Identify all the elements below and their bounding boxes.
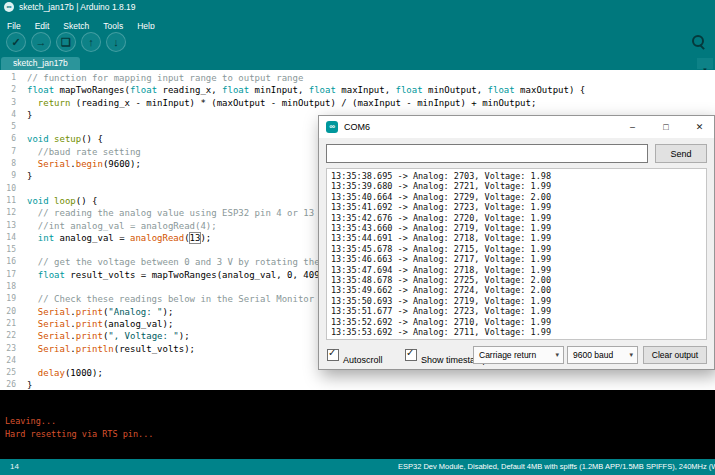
serial-monitor-title: COM6 — [344, 116, 370, 138]
line-number: 9 — [0, 170, 22, 182]
new-sketch-button[interactable]: ❏ — [56, 32, 76, 52]
line-number: 23 — [0, 343, 22, 355]
send-button[interactable]: Send — [655, 144, 707, 163]
checkbox-box: ✓ — [405, 349, 417, 361]
serial-line: 13:35:48.678 -> Analog: 2725, Voltage: 2… — [331, 275, 702, 285]
tab-list-button[interactable]: ▼ — [697, 58, 713, 69]
checkbox-box: ✓ — [327, 349, 339, 361]
line-number: 20 — [0, 306, 22, 318]
status-bar: 14 ESP32 Dev Module, Disabled, Default 4… — [0, 459, 715, 475]
line-number: 16 — [0, 256, 22, 268]
autoscroll-checkbox[interactable]: ✓ Autoscroll — [327, 349, 383, 367]
line-number: 18 — [0, 281, 22, 293]
console-panel: Leaving...Hard resetting via RTS pin... — [0, 390, 715, 459]
check-icon: ✓ — [328, 347, 336, 358]
arrow-up-icon: ↑ — [88, 36, 94, 48]
serial-line: 13:35:38.695 -> Analog: 2703, Voltage: 1… — [331, 171, 702, 181]
serial-monitor-titlebar[interactable]: ∞ COM6 – □ ✕ — [319, 116, 714, 138]
serial-line: 13:35:49.662 -> Analog: 2724, Voltage: 2… — [331, 285, 702, 295]
serial-line: 13:35:40.664 -> Analog: 2729, Voltage: 2… — [331, 192, 702, 202]
serial-line: 13:35:50.693 -> Analog: 2719, Voltage: 1… — [331, 296, 702, 306]
console-line: Hard resetting via RTS pin... — [0, 428, 715, 441]
minimize-button[interactable]: – — [618, 116, 647, 138]
status-line-number: 14 — [10, 459, 19, 475]
line-number: 3 — [0, 97, 22, 109]
arduino-logo-icon: ∞ — [4, 2, 14, 12]
line-number: 19 — [0, 293, 22, 305]
serial-line: 13:35:47.694 -> Analog: 2718, Voltage: 1… — [331, 265, 702, 275]
verify-button[interactable]: ✓ — [6, 32, 26, 52]
maximize-button[interactable]: □ — [652, 116, 681, 138]
line-number: 7 — [0, 146, 22, 158]
serial-line: 13:35:51.677 -> Analog: 2723, Voltage: 1… — [331, 306, 702, 316]
line-ending-select[interactable]: Carriage return ▾ — [473, 346, 564, 364]
close-button[interactable]: ✕ — [685, 116, 714, 138]
line-number: 2 — [0, 84, 22, 96]
toolbar: ✓ → ❏ ↑ ↓ — [0, 29, 715, 56]
arrow-down-icon: ↓ — [113, 36, 119, 48]
title-bar: ∞ sketch_jan17b | Arduino 1.8.19 — [0, 0, 715, 15]
upload-button[interactable]: → — [31, 32, 51, 52]
baud-rate-select[interactable]: 9600 baud ▾ — [567, 346, 638, 364]
line-number: 25 — [0, 367, 22, 379]
serial-line: 13:35:44.691 -> Analog: 2718, Voltage: 1… — [331, 233, 702, 243]
line-number: 22 — [0, 330, 22, 342]
line-number: 21 — [0, 318, 22, 330]
tab-bar: sketch_jan17b ▼ — [0, 56, 715, 70]
save-button[interactable]: ↓ — [106, 32, 126, 52]
line-number: 14 — [0, 232, 22, 244]
line-number-gutter: 1234567891011121314151617181920212223242… — [0, 72, 22, 390]
chevron-down-icon: ▾ — [555, 347, 559, 363]
arrow-right-icon: → — [36, 36, 47, 48]
serial-monitor-bottom-bar: ✓ Autoscroll ✓ Show timestamp Carriage r… — [319, 342, 714, 369]
serial-window-icon: ∞ — [326, 121, 338, 133]
console-output: Leaving...Hard resetting via RTS pin... — [0, 390, 715, 441]
line-number: 11 — [0, 195, 22, 207]
console-line: Leaving... — [0, 415, 715, 428]
serial-send-input[interactable] — [326, 144, 648, 163]
magnifier-icon — [689, 33, 707, 51]
menu-bar: FileEditSketchToolsHelp — [0, 15, 715, 29]
status-board-info: ESP32 Dev Module, Disabled, Default 4MB … — [398, 459, 715, 475]
check-icon: ✓ — [11, 36, 20, 48]
tab-label: sketch_jan17b — [13, 58, 68, 68]
serial-line: 13:35:45.678 -> Analog: 2715, Voltage: 1… — [331, 244, 702, 254]
new-document-icon: ❏ — [61, 36, 71, 48]
check-icon: ✓ — [406, 347, 414, 358]
tab-sketch-jan17b[interactable]: sketch_jan17b — [1, 57, 80, 70]
code-line: float mapTwoRanges(float reading_x, floa… — [22, 84, 715, 96]
line-number: 24 — [0, 355, 22, 367]
line-number: 1 — [0, 72, 22, 84]
line-number: 15 — [0, 244, 22, 256]
autoscroll-label: Autoscroll — [343, 355, 383, 365]
line-number: 13 — [0, 220, 22, 232]
serial-line: 13:35:52.692 -> Analog: 2710, Voltage: 1… — [331, 317, 702, 327]
serial-line: 13:35:46.663 -> Analog: 2717, Voltage: 1… — [331, 254, 702, 264]
baud-rate-value: 9600 baud — [573, 350, 613, 360]
line-number: 6 — [0, 133, 22, 145]
line-number: 10 — [0, 183, 22, 195]
code-line: } — [22, 379, 715, 390]
serial-line: 13:35:43.660 -> Analog: 2719, Voltage: 1… — [331, 223, 702, 233]
serial-output[interactable]: 13:35:38.695 -> Analog: 2703, Voltage: 1… — [326, 168, 707, 340]
line-number: 26 — [0, 379, 22, 390]
clear-output-button[interactable]: Clear output — [643, 346, 707, 364]
serial-line: 13:35:42.676 -> Analog: 2720, Voltage: 1… — [331, 213, 702, 223]
arduino-ide-window: ∞ sketch_jan17b | Arduino 1.8.19 FileEdi… — [0, 0, 715, 475]
line-number: 8 — [0, 158, 22, 170]
serial-monitor-window: ∞ COM6 – □ ✕ Send 13:35:38.695 -> Analog… — [318, 115, 715, 370]
open-button[interactable]: ↑ — [81, 32, 101, 52]
code-line: // function for mapping input range to o… — [22, 72, 715, 84]
serial-line: 13:35:41.692 -> Analog: 2723, Voltage: 1… — [331, 202, 702, 212]
line-number: 4 — [0, 109, 22, 121]
line-number: 17 — [0, 269, 22, 281]
serial-line: 13:35:39.680 -> Analog: 2721, Voltage: 1… — [331, 181, 702, 191]
line-number: 5 — [0, 121, 22, 133]
serial-line: 13:35:53.692 -> Analog: 2711, Voltage: 1… — [331, 327, 702, 337]
code-line: return (reading_x - minInput) * (maxOutp… — [22, 97, 715, 109]
line-number: 12 — [0, 207, 22, 219]
window-controls: – □ ✕ — [618, 116, 714, 138]
window-title: sketch_jan17b | Arduino 1.8.19 — [19, 0, 136, 15]
serial-monitor-button[interactable] — [687, 32, 709, 52]
line-ending-value: Carriage return — [479, 350, 536, 360]
